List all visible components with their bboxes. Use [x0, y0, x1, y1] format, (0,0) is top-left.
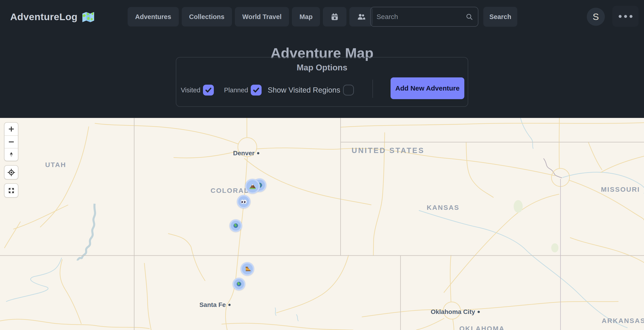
city-label: Oklahoma City: [430, 308, 480, 316]
map-marker-boot[interactable]: [240, 262, 254, 276]
geolocate-button[interactable]: [4, 165, 18, 180]
city-dot: [257, 152, 259, 154]
more-menu-button[interactable]: [612, 6, 638, 27]
map-canvas[interactable]: UTAHCOLORADOUNITED STATESKANSASMISSOURIA…: [0, 118, 644, 330]
logo-link[interactable]: AdventureLog: [10, 0, 94, 34]
nav-collections-button[interactable]: Collections: [182, 7, 232, 26]
map-marker-mountain[interactable]: [245, 179, 260, 194]
map-options-title: Map Options: [176, 63, 468, 72]
primary-nav: Adventures Collections World Travel Map: [128, 7, 373, 26]
state-label: MISSOURI: [601, 186, 640, 193]
visited-label: Visited: [181, 85, 200, 96]
compass-button[interactable]: [4, 148, 18, 161]
hiking-boot-emoji: [244, 265, 251, 273]
ellipsis-icon: [619, 15, 632, 18]
city-label: Santa Fe: [199, 301, 230, 308]
options-divider: [372, 80, 373, 98]
search-icon: [466, 13, 473, 20]
nav-map-button[interactable]: Map: [292, 7, 320, 26]
globe-emoji: [232, 222, 239, 229]
map-overlays: UTAHCOLORADOUNITED STATESKANSASMISSOURIA…: [0, 118, 644, 330]
fullscreen-icon: [8, 187, 15, 194]
eyes-emoji: [240, 198, 248, 206]
visited-checkbox[interactable]: [203, 85, 214, 96]
city-dot: [228, 304, 230, 306]
search-button[interactable]: Search: [483, 7, 517, 27]
planned-checkbox[interactable]: [251, 85, 262, 96]
mountain-emoji: [248, 182, 257, 190]
show-visited-regions-label: Show Visited Regions: [268, 85, 340, 96]
users-button[interactable]: [350, 7, 373, 26]
adventurelog-app: AdventureLog Adventures Collections Worl…: [0, 0, 644, 330]
zoom-out-button[interactable]: [4, 135, 18, 148]
planned-label: Planned: [224, 85, 248, 96]
city-label: Denver: [233, 150, 259, 157]
calendar-icon: [330, 13, 339, 21]
add-new-adventure-button[interactable]: Add New Adventure: [390, 78, 464, 99]
zoom-in-button[interactable]: [4, 123, 18, 135]
state-label: OKLAHOMA: [459, 325, 505, 330]
map-marker-eyes[interactable]: [237, 195, 250, 208]
zoom-controls: [4, 122, 18, 161]
map-marker-globe[interactable]: [230, 219, 242, 232]
state-label: UTAH: [45, 161, 66, 168]
search-input[interactable]: [371, 13, 466, 20]
state-label: UNITED STATES: [352, 146, 424, 155]
globe-emoji: [236, 281, 242, 288]
geolocate-icon: [8, 168, 15, 176]
state-label: ARKANSAS: [602, 317, 644, 324]
show-visited-regions-checkbox[interactable]: [343, 85, 354, 96]
avatar[interactable]: S: [587, 8, 605, 26]
world-map-icon: [82, 11, 94, 22]
users-icon: [357, 13, 365, 20]
fullscreen-button[interactable]: [4, 183, 18, 198]
map-marker-globe[interactable]: [232, 278, 245, 290]
logo-text: AdventureLog: [10, 11, 78, 22]
nav-adventures-button[interactable]: Adventures: [128, 7, 179, 26]
nav-world-travel-button[interactable]: World Travel: [235, 7, 289, 26]
state-label: KANSAS: [427, 204, 460, 212]
navbar: AdventureLog Adventures Collections Worl…: [0, 0, 644, 34]
calendar-button[interactable]: [323, 7, 346, 26]
city-dot: [478, 311, 480, 313]
search-field-wrap: [370, 7, 478, 27]
